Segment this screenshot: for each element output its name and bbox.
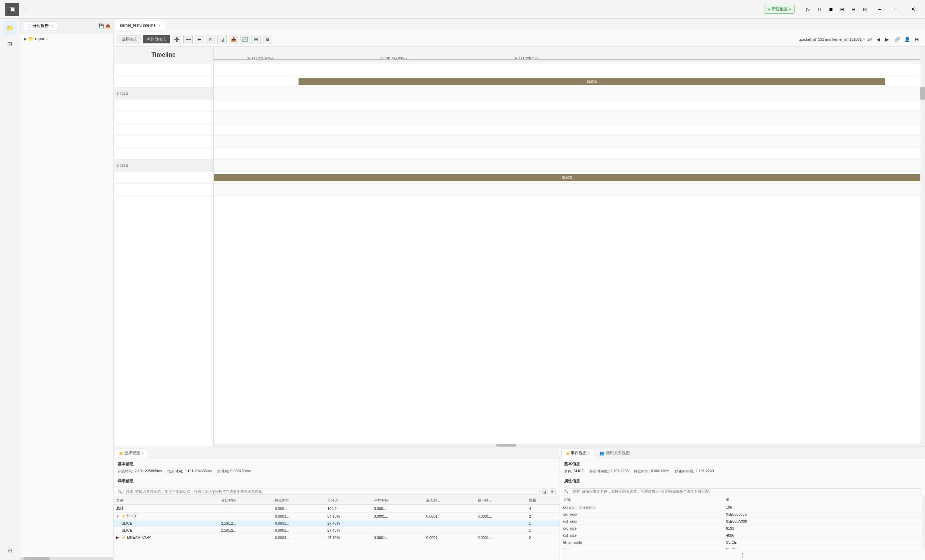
timeline-v-scrollbar[interactable]	[920, 47, 925, 446]
settings-btn[interactable]: ⚙	[263, 35, 272, 44]
sidebar-settings-icon[interactable]: ⚙	[3, 544, 17, 557]
timeline-row-3	[113, 99, 213, 111]
minimize-button[interactable]: –	[873, 4, 886, 15]
play-button[interactable]: ▷	[803, 5, 813, 14]
timeline-row-0	[113, 63, 213, 75]
slice-bar-d2s[interactable]: SLICE	[214, 174, 920, 181]
grid-btn[interactable]: ⊞	[252, 35, 261, 44]
event-info-row: 名称: SLICE 开始时间戳: 2,191.2258 持续时间: 0.0001…	[564, 468, 921, 474]
bottom-left-tabs: ▣ 选择视图 ×	[113, 447, 560, 459]
timeline-group-c2s[interactable]: ∨ C2S	[113, 87, 213, 99]
refresh-btn[interactable]: 🔄	[240, 35, 249, 44]
main-content: kernel_test\Timeline × 选择模式 时间段模式 ➕ ➖ ⬅ …	[113, 19, 925, 560]
props-scroll[interactable]: 名称 值 duration_timestamp 196 src_addr 0xE…	[560, 496, 922, 549]
menu-icon[interactable]: ≡	[23, 6, 26, 13]
event-view-tab[interactable]: ▣ 事件视图 ×	[561, 449, 594, 458]
attr-info-section: 属性信息	[560, 476, 925, 487]
align-left-btn[interactable]: ⬅	[195, 35, 204, 44]
select-view-tab[interactable]: ▣ 选择视图 ×	[115, 449, 148, 458]
attr-search-bar: 🔍	[560, 487, 925, 496]
expand-icon[interactable]: ∨	[116, 514, 119, 518]
props-table: 名称 值 duration_timestamp 196 src_addr 0xE…	[560, 496, 922, 549]
more-button[interactable]: ⋮	[739, 551, 746, 558]
file-tree: ▶ 📁 reports	[20, 33, 113, 557]
filter-close[interactable]: ×	[863, 38, 865, 41]
track-row-1[interactable]: SLICE	[214, 75, 920, 87]
detail-table-scroll[interactable]: 名称 开始时间 持续时间 百分比 平均时间 最大持... 最小持... 数量	[113, 497, 560, 560]
timeline-left-panel: Timeline ∨ C2S ∨ D2S	[113, 47, 214, 446]
search-settings-btn[interactable]: ⚙	[549, 488, 556, 495]
prop-row: tiling_mode SLICE	[560, 539, 922, 546]
slice-bar-top[interactable]: SLICE	[298, 78, 885, 85]
call-view-tab[interactable]: 👥 调用关系视图	[595, 449, 634, 458]
add-icon-btn[interactable]: ➕	[172, 35, 181, 44]
analysis-report-tab[interactable]: 📄 分析报告 ×	[23, 21, 57, 30]
table-row[interactable]: 总计 0.000... 100.0... 0.000... 4	[113, 504, 560, 513]
timeline-tab-close[interactable]: ×	[158, 23, 160, 27]
bottom-right-panel: ▣ 事件视图 × 👥 调用关系视图 基本信息 名称: S	[560, 447, 925, 560]
v-scrollbar-thumb[interactable]	[920, 87, 925, 100]
detail-info-section: 详细信息	[113, 476, 560, 487]
export-btn[interactable]: 📤	[105, 23, 110, 29]
file-panel-scrollbar[interactable]	[20, 557, 113, 560]
maximize-button[interactable]: □	[890, 4, 903, 15]
search-export-btn[interactable]: 📊	[541, 488, 548, 495]
file-tab-close[interactable]: ×	[51, 24, 53, 28]
stop-button[interactable]: ⏹	[826, 5, 836, 14]
titlebar-right: ● 新建配置 ▾ ▷ ⏸ ⏹ ⊞ ⊟ ⊠ – □ ✕	[764, 4, 920, 15]
link-icon-btn[interactable]: 🔗	[893, 35, 901, 44]
expand-btn[interactable]: ⊡	[206, 35, 215, 44]
timeline-right-panel: 2s 191,225,900ns 2s 191,226,000ns 2s 191…	[214, 47, 920, 446]
grid-button[interactable]: ⊠	[860, 5, 869, 14]
nav-next-btn[interactable]: ▶	[883, 35, 891, 44]
track-row-d2s-1[interactable]: SLICE	[214, 171, 920, 183]
track-row-c2s-3	[214, 123, 920, 135]
new-config-button[interactable]: ● 新建配置 ▾	[764, 5, 795, 14]
table-row[interactable]: ▶ ⚡ LINEAR_COP' 0.0003... 45.10% 0.0001.…	[113, 534, 560, 541]
ruler-ticks	[214, 59, 920, 63]
titlebar-left: ▣ ≡	[5, 3, 26, 16]
reports-folder[interactable]: ▶ 📁 reports	[20, 35, 113, 43]
select-mode-button[interactable]: 选择模式	[118, 35, 141, 44]
timeline-group-d2s[interactable]: ∨ D2S	[113, 159, 213, 171]
sidebar-layout-icon[interactable]: ⊞	[3, 38, 17, 51]
sidebar-files-icon[interactable]: 📁	[3, 21, 17, 35]
prop-row: src_addr 0xE8006000	[560, 511, 922, 518]
col-name: 名称	[113, 497, 218, 504]
search-filter: :packet_id=131 and kernel_id=131081 ×	[799, 38, 865, 41]
nav-prev-btn[interactable]: ◀	[874, 35, 882, 44]
grid2-icon-btn[interactable]: ⊞	[913, 35, 921, 44]
detail-search-input[interactable]	[124, 489, 539, 495]
timeline-tab[interactable]: kernel_test\Timeline ×	[115, 21, 165, 30]
chart-btn[interactable]: 📊	[217, 35, 227, 44]
pause-button[interactable]: ⏸	[815, 5, 824, 14]
table-row[interactable]: ∨ ⚡ SLICE 0.0003... 54.90% 0.0001... 0.0…	[113, 513, 560, 520]
nav-buttons: ◀ ▶	[874, 35, 891, 44]
props-scrollbar[interactable]	[922, 496, 925, 549]
export-btn[interactable]: 📤	[229, 35, 238, 44]
table-row[interactable]: SLICE 2,191.2... 0.0001... 27.45% 1	[113, 527, 560, 534]
sidebar: 📁 ⊞ ⚙	[0, 19, 20, 560]
untile-button[interactable]: ⊟	[849, 5, 858, 14]
expand-icon[interactable]: ▶	[116, 535, 119, 539]
tile-button[interactable]: ⊞	[838, 5, 847, 14]
time-range-mode-button[interactable]: 时间段模式	[143, 35, 170, 44]
minus-icon-btn[interactable]: ➖	[183, 35, 193, 44]
track-row-c2s-1	[214, 99, 920, 111]
attr-search-input[interactable]	[570, 488, 921, 494]
timeline-h-scrollbar[interactable]	[214, 444, 920, 446]
start-time: 开始时间: 2,191.225885ms	[118, 469, 162, 474]
col-start: 开始时间	[218, 497, 273, 504]
timeline-row-6	[113, 135, 213, 147]
file-panel-toolbar-btns: 💾 📤	[98, 23, 110, 29]
col-min: 最小持...	[475, 497, 526, 504]
timeline-row-1	[113, 75, 213, 87]
save-btn[interactable]: 💾	[98, 23, 104, 29]
event-view-close[interactable]: ×	[588, 451, 590, 455]
h-scrollbar-thumb[interactable]	[496, 444, 516, 446]
user-icon-btn[interactable]: 👤	[903, 35, 911, 44]
table-row[interactable]: SLICE 2,191.2... 0.0001... 27.45% 1	[113, 520, 560, 527]
bottom-panels: ▣ 选择视图 × 基本信息 开始时间: 2,191.225885ms	[113, 446, 925, 560]
close-button[interactable]: ✕	[906, 4, 920, 15]
select-view-close[interactable]: ×	[142, 451, 143, 455]
